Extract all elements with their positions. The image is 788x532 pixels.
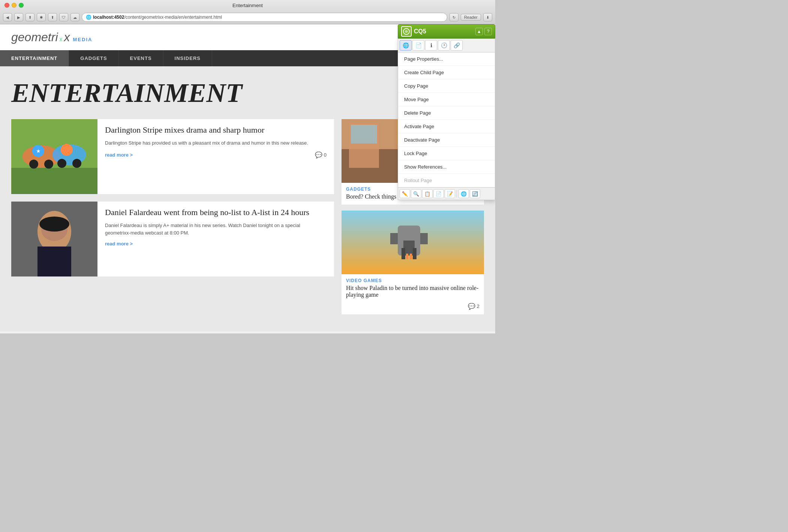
cq5-logo (401, 26, 412, 37)
cq5-divider (457, 190, 457, 197)
svg-rect-1 (11, 168, 97, 194)
nav-gadgets[interactable]: GADGETS (69, 50, 118, 66)
menu-deactivate-page[interactable]: Deactivate Page (398, 133, 495, 147)
cloud-button[interactable]: ☁ (70, 13, 79, 21)
logo-x2: x (64, 30, 70, 44)
svg-rect-19 (351, 125, 377, 143)
url-icon: 🌐 (86, 15, 91, 20)
svg-rect-28 (401, 248, 405, 259)
logo-media: MEDIA (73, 37, 93, 42)
cq5-page-btn[interactable]: 📄 (433, 189, 444, 198)
cq5-tab-0[interactable]: 🌐 (400, 40, 412, 51)
browser-content: geometrixx MEDIA (Anonymous Surfer) Sign… (0, 24, 495, 333)
menu-delete-page[interactable]: Delete Page (398, 106, 495, 120)
article-excerpt-2: Daniel Falardeau is simply A+ material i… (105, 222, 327, 236)
svg-point-6 (57, 159, 66, 168)
article-footer: read more > 💬 0 (105, 151, 327, 158)
browser-toolbar: ◀ ▶ ⬆ ✱ ⬆ 🛡 ☁ 🌐 localhost:4502 /content/… (0, 10, 495, 24)
cq5-up-btn[interactable]: ▲ (475, 28, 483, 35)
sidebar-category-games: VIDEO GAMES (342, 274, 484, 285)
sidebar-card-games: VIDEO GAMES Hit show Paladin to be turne… (342, 211, 484, 314)
cq5-icons: ▲ ? (475, 28, 492, 35)
comment-icon: 💬 (315, 151, 322, 158)
sidebar-footer-games: 💬 2 (342, 303, 484, 314)
cq5-tab-2[interactable]: ℹ (425, 40, 437, 51)
read-more-link[interactable]: read more > (105, 152, 133, 158)
comment-count: 0 (324, 152, 327, 158)
nav-events[interactable]: EVENTS (119, 50, 163, 66)
cq5-list-btn[interactable]: 📋 (422, 189, 433, 198)
cq5-tabs: 🌐 📄 ℹ 🕐 🔗 (398, 39, 495, 52)
daniel-svg (11, 202, 97, 276)
cq5-refresh-btn[interactable]: 🔄 (470, 189, 480, 198)
comment-icon-games: 💬 (468, 303, 475, 310)
article-card: ★ Darlington Stripe mixes drama and shar… (11, 119, 334, 194)
article-card-2: Daniel Falardeau went from being no-list… (11, 202, 334, 276)
svg-rect-13 (37, 247, 71, 276)
maximize-button[interactable] (19, 3, 24, 8)
cq5-globe-btn[interactable]: 🌐 (458, 189, 469, 198)
menu-show-references[interactable]: Show References... (398, 160, 495, 174)
menu-page-properties[interactable]: Page Properties... (398, 52, 495, 66)
article-excerpt: Darlington Stripe has provided us with a… (105, 139, 327, 147)
menu-rollout-page: Rollout Page (398, 174, 495, 187)
menu-activate-page[interactable]: Activate Page (398, 120, 495, 133)
svg-rect-30 (406, 254, 408, 259)
menu-lock-page[interactable]: Lock Page (398, 147, 495, 160)
article-body: Darlington Stripe mixes drama and sharp … (97, 119, 334, 194)
sidebar-img-spacecraft (342, 211, 484, 274)
svg-rect-25 (390, 233, 398, 244)
forward-button[interactable]: ▶ (14, 13, 23, 21)
sidebar-title-games: Hit show Paladin to be turned into massi… (342, 285, 484, 303)
bookmark-button[interactable]: ✱ (37, 13, 46, 21)
url-host: localhost:4502 (93, 15, 124, 20)
cq5-toolbar: CQ5 ▲ ? (398, 24, 495, 39)
window-title: Entertainment (232, 3, 263, 8)
url-bar[interactable]: 🌐 localhost:4502 /content/geometrixx-med… (82, 13, 447, 22)
article-image-daniel (11, 202, 97, 276)
menu-move-page[interactable]: Move Page (398, 93, 495, 106)
close-button[interactable] (4, 3, 9, 8)
spacecraft-svg (342, 211, 484, 274)
reader-button[interactable]: Reader (461, 14, 481, 21)
back-button2[interactable]: ⬆ (48, 13, 57, 21)
nav-entertainment[interactable]: ENTERTAINMENT (0, 50, 69, 66)
svg-rect-31 (410, 254, 412, 259)
read-more-link-2[interactable]: read more > (105, 241, 133, 247)
menu-copy-page[interactable]: Copy Page (398, 79, 495, 93)
window-controls (4, 3, 24, 8)
racers-svg: ★ (11, 119, 97, 194)
cq5-search-btn[interactable]: 🔍 (411, 189, 421, 198)
share-button[interactable]: ⬆ (25, 13, 34, 21)
url-path: /content/geometrixx-media/en/entertainme… (124, 15, 222, 20)
site-logo: geometrixx MEDIA (11, 30, 92, 44)
cq5-tab-1[interactable]: 📄 (412, 40, 424, 51)
svg-point-7 (72, 159, 81, 168)
refresh-button[interactable]: ↻ (449, 13, 458, 21)
nav-insiders[interactable]: INSIDERS (163, 50, 212, 66)
svg-point-3 (29, 160, 38, 169)
articles-column: ★ Darlington Stripe mixes drama and shar… (11, 119, 334, 320)
cq5-tab-3[interactable]: 🕐 (438, 40, 450, 51)
title-bar: Entertainment (0, 0, 495, 10)
menu-create-child-page[interactable]: Create Child Page (398, 66, 495, 79)
svg-point-34 (405, 30, 408, 33)
svg-point-15 (39, 217, 69, 232)
download-button[interactable]: ⬇ (483, 13, 492, 21)
minimize-button[interactable] (12, 3, 16, 8)
cq5-panel: 🌐 📄 ℹ 🕐 🔗 Page Properties... Create Chil… (398, 39, 495, 200)
cq5-bottom-bar: ✏️ 🔍 📋 📄 📝 🌐 🔄 (398, 187, 495, 200)
back-button[interactable]: ◀ (3, 13, 12, 21)
cq5-title: CQ5 (414, 28, 473, 35)
comment-count-games: 2 (477, 303, 479, 309)
cq5-edit-btn[interactable]: ✏️ (400, 189, 410, 198)
article-image-racers: ★ (11, 119, 97, 194)
comment-badge: 💬 0 (315, 151, 327, 158)
cq5-help-btn[interactable]: ? (484, 28, 492, 35)
logo-x: x (60, 36, 63, 43)
cq5-tab-4[interactable]: 🔗 (451, 40, 463, 51)
svg-text:★: ★ (36, 148, 41, 154)
svg-point-9 (61, 144, 73, 156)
shield-button[interactable]: 🛡 (59, 13, 68, 21)
cq5-note-btn[interactable]: 📝 (445, 189, 455, 198)
